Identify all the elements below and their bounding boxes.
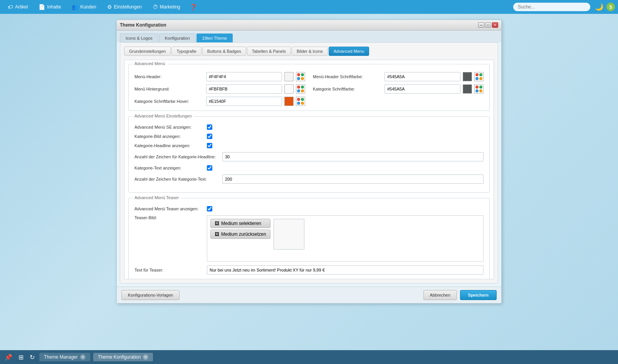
- abbrechen-button[interactable]: Abbrechen: [423, 290, 457, 300]
- outer-tabs: Icons & Logos Konfiguration 19ten Theme: [117, 30, 501, 42]
- inhalte-icon: 📄: [39, 4, 45, 10]
- teaser-bild-row: Teaser-Bild: 🖼 Medium selektieren 🖼: [134, 215, 484, 262]
- tab-typografie[interactable]: Typografie: [171, 47, 201, 56]
- menu-header-font-right: Menü-Header Schriftfarbe:: [313, 72, 484, 81]
- svg-point-19: [301, 102, 304, 105]
- text-teaser-input[interactable]: [207, 265, 484, 275]
- menu-bg-color-preview[interactable]: [284, 84, 294, 94]
- speichern-button[interactable]: Speichern: [460, 290, 497, 300]
- menu-header-font-preview[interactable]: [463, 72, 472, 81]
- taskbar-tab-theme-konfiguration-close[interactable]: ✕: [143, 354, 148, 360]
- kategoriebild-checkbox[interactable]: [207, 134, 212, 139]
- tab-19ten-theme[interactable]: 19ten Theme: [196, 34, 233, 42]
- teaser-anzeigen-checkbox[interactable]: [207, 206, 212, 211]
- section-advanced-menu-teaser: Advanced Menü Teaser Advanced Menü Tease…: [128, 198, 490, 279]
- menu-bg-row: Menü Hintergrund: Kategorie Schriftfarbe…: [134, 84, 484, 94]
- taskbar-tab-theme-manager-close[interactable]: ✕: [80, 354, 86, 360]
- menu-header-color-preview[interactable]: [284, 72, 294, 81]
- tab-konfiguration[interactable]: Konfiguration: [159, 34, 196, 42]
- tab-icons-logos[interactable]: Icons & Logos: [120, 34, 158, 42]
- menu-header-font-palette-btn[interactable]: [474, 72, 484, 81]
- kategorie-font-preview[interactable]: [463, 84, 472, 94]
- close-button[interactable]: ✕: [492, 22, 498, 28]
- dialog-controls: ─ □ ✕: [478, 22, 498, 28]
- kategorieheadline-label: Kategorie-Headline anzeigen:: [134, 143, 204, 148]
- reset-icon: 🖼: [215, 231, 219, 237]
- svg-point-12: [475, 86, 479, 89]
- tab-grundeinstellungen[interactable]: Grundeinstellungen: [124, 47, 171, 56]
- kategorieheadline-checkbox[interactable]: [207, 143, 212, 148]
- nav-item-kunden[interactable]: 👥 Kunden: [67, 2, 101, 12]
- kategorietext-checkbox[interactable]: [207, 165, 212, 171]
- medium-selektieren-button[interactable]: 🖼 Medium selektieren: [210, 219, 270, 228]
- maximize-button[interactable]: □: [485, 22, 491, 28]
- kategorie-hover-left: Kategorie Schriftfarbe Hover:: [134, 97, 305, 106]
- kategorie-hover-row: Kategorie Schriftfarbe Hover:: [134, 97, 484, 106]
- section-advanced-menu: Advanced Menü Menü-Header:: [128, 64, 490, 111]
- tab-advanced-menu[interactable]: Advanced Menu: [329, 47, 369, 56]
- section-advanced-menu-title: Advanced Menü: [133, 61, 167, 66]
- section-teaser-title: Advanced Menü Teaser: [133, 195, 181, 200]
- svg-point-13: [479, 86, 482, 89]
- section-advanced-menu-settings: Advanced Menü Einstellungen Advanced Men…: [128, 116, 490, 193]
- main-area: Theme Konfiguration ─ □ ✕ Icons & Logos …: [0, 14, 618, 350]
- zeichen-text-row: Anzahl der Zeichen für Kategorie-Text:: [134, 174, 484, 184]
- inner-tabs: Grundeinstellungen Typografie Buttons & …: [124, 47, 494, 56]
- marketing-icon: ⏱: [153, 4, 158, 10]
- taskbar-refresh-icon[interactable]: ↻: [28, 353, 36, 362]
- se-anzeigen-checkbox[interactable]: [207, 124, 212, 130]
- menu-bg-palette-btn[interactable]: [296, 84, 305, 94]
- nav-item-inhalte[interactable]: 📄 Inhalte: [34, 2, 65, 12]
- dialog-title: Theme Konfiguration: [120, 22, 166, 28]
- menu-header-font-input[interactable]: [385, 72, 460, 81]
- svg-point-14: [475, 89, 479, 92]
- teaser-bild-container: 🖼 Medium selektieren 🖼 Medium zurücksetz…: [207, 215, 484, 262]
- svg-point-8: [297, 86, 300, 89]
- dialog-bottom-bar: Konfigurations-Vorlagen Abbrechen Speich…: [117, 287, 501, 303]
- taskbar: 📌 ⊞ ↻ Theme Manager ✕ Theme Konfiguratio…: [0, 350, 618, 364]
- kategorie-hover-palette-btn[interactable]: [296, 97, 305, 106]
- search-area: [513, 3, 590, 11]
- menu-bg-input[interactable]: [206, 84, 282, 94]
- top-navigation: 🏷 Artikel 📄 Inhalte 👥 Kunden ⚙ Einstellu…: [0, 0, 618, 14]
- menu-bg-left: Menü Hintergrund:: [134, 84, 305, 94]
- kategorie-font-palette-btn[interactable]: [474, 84, 484, 94]
- kategorie-font-right: Kategorie Schriftfarbe:: [313, 84, 484, 94]
- menu-header-input[interactable]: [206, 72, 282, 81]
- svg-point-10: [297, 89, 300, 92]
- nav-item-einstellungen[interactable]: ⚙ Einstellungen: [102, 2, 146, 12]
- medium-zuruecksetzen-button[interactable]: 🖼 Medium zurücksetzen: [210, 230, 270, 239]
- kategorie-hover-input[interactable]: [206, 97, 282, 106]
- search-input[interactable]: [513, 3, 590, 11]
- nav-item-marketing[interactable]: ⏱ Marketing: [148, 2, 185, 12]
- taskbar-tab-theme-konfiguration[interactable]: Theme Konfiguration ✕: [93, 353, 153, 361]
- kategorie-font-input[interactable]: [385, 84, 460, 94]
- kategorietext-row: Kategorie-Text anzeigen:: [134, 165, 484, 171]
- svg-point-6: [475, 77, 479, 80]
- help-icon[interactable]: ❓: [190, 4, 197, 10]
- clock-icon: 🌙: [595, 3, 603, 11]
- svg-point-9: [301, 86, 304, 89]
- nav-item-artikel[interactable]: 🏷 Artikel: [3, 2, 32, 12]
- menu-header-left: Menü-Header:: [134, 72, 305, 81]
- svg-point-2: [297, 77, 300, 80]
- notification-badge[interactable]: 5: [606, 3, 615, 11]
- taskbar-windows-icon[interactable]: ⊞: [17, 353, 25, 362]
- scroll-area[interactable]: Advanced Menü Menü-Header:: [124, 60, 494, 279]
- image-icon: 🖼: [215, 221, 219, 226]
- kunden-icon: 👥: [72, 4, 78, 10]
- zeichen-text-input[interactable]: [222, 174, 484, 184]
- svg-point-18: [297, 102, 300, 105]
- taskbar-tab-theme-manager[interactable]: Theme Manager ✕: [39, 353, 90, 361]
- zeichen-headline-input[interactable]: [222, 152, 484, 161]
- svg-point-15: [479, 89, 482, 92]
- tab-tabellen-panels[interactable]: Tabellen & Panels: [247, 47, 291, 56]
- menu-header-palette-btn[interactable]: [296, 72, 305, 81]
- kategorie-hover-preview[interactable]: [284, 97, 294, 106]
- tab-bilder-icons[interactable]: Bilder & Icons: [292, 47, 328, 56]
- tab-buttons-badges[interactable]: Buttons & Badges: [202, 47, 246, 56]
- minimize-button[interactable]: ─: [478, 22, 484, 28]
- taskbar-pin-icon[interactable]: 📌: [3, 353, 14, 362]
- konfiguration-vorlagen-button[interactable]: Konfigurations-Vorlagen: [121, 290, 180, 300]
- einstellungen-icon: ⚙: [107, 4, 112, 10]
